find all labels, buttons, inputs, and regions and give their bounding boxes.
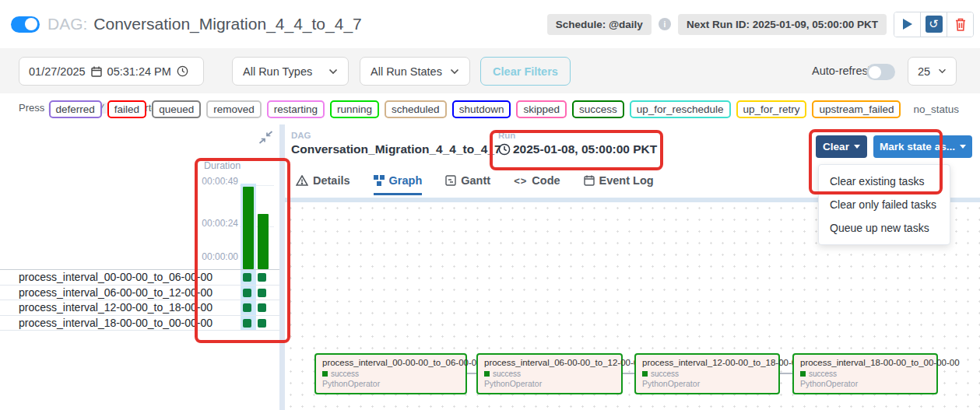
hint-press: Press xyxy=(19,102,44,114)
task-instance-square[interactable] xyxy=(243,303,251,312)
next-run-badge: Next Run ID: 2025-01-09, 05:00:00 PKT xyxy=(678,14,887,35)
run-timestamp: 2025-01-08, 05:00:00 PKT xyxy=(513,142,657,156)
run-value: 2025-01-08, 05:00:00 PKT xyxy=(498,142,657,156)
legend-badge-skipped[interactable]: skipped xyxy=(516,100,567,118)
legend-badge-up-for-reschedule[interactable]: up_for_reschedule xyxy=(630,100,731,118)
caret-down-icon xyxy=(854,145,860,149)
refresh-icon: ↺ xyxy=(926,16,943,33)
dag-section-label: DAG xyxy=(291,131,311,140)
header-right-group: Schedule: @daily i Next Run ID: 2025-01-… xyxy=(547,0,974,48)
clear-button[interactable]: Clear xyxy=(816,135,867,158)
panel-resize-divider[interactable] xyxy=(279,124,285,410)
task-instance-square[interactable] xyxy=(258,289,266,297)
task-row: process_interval_00-00-00_to_06-00-00 xyxy=(0,270,279,286)
y-tick: 00:00:24 xyxy=(202,218,238,229)
graph-node[interactable]: process_interval_12-00-00_to_18-00-00 su… xyxy=(634,353,780,394)
duration-bar[interactable] xyxy=(258,214,269,269)
task-row: process_interval_18-00-00_to_00-00-00 xyxy=(0,316,279,331)
date-value[interactable]: 01/27/2025 xyxy=(29,65,86,78)
date-time-picker[interactable]: 01/27/2025 05:31:24 PM xyxy=(19,57,204,86)
task-name[interactable]: process_interval_00-00-00_to_06-00-00 xyxy=(19,271,213,283)
node-title: process_interval_18-00-00_to_00-00-00 xyxy=(800,358,960,367)
node-title: process_interval_12-00-00_to_18-00-00 xyxy=(642,358,802,367)
task-name[interactable]: process_interval_18-00-00_to_00-00-00 xyxy=(19,317,213,329)
menu-item-clear-failed[interactable]: Clear only failed tasks xyxy=(819,193,950,216)
tab-graph[interactable]: Graph xyxy=(374,174,423,195)
node-operator: PythonOperator xyxy=(642,379,700,388)
legend-badge-success[interactable]: success xyxy=(572,100,624,118)
task-instance-square[interactable] xyxy=(243,289,251,297)
tab-code[interactable]: <> Code xyxy=(514,174,560,193)
graph-node[interactable]: process_interval_18-00-00_to_00-00-00 su… xyxy=(792,353,938,394)
node-status: success xyxy=(642,370,679,378)
task-name[interactable]: process_interval_12-00-00_to_18-00-00 xyxy=(19,301,213,314)
graph-node[interactable]: process_interval_00-00-00_to_06-00-00 su… xyxy=(314,353,467,394)
task-instance-square[interactable] xyxy=(258,273,266,282)
duration-bar[interactable] xyxy=(243,187,254,269)
page-size-value: 25 xyxy=(918,65,930,78)
trigger-dag-button[interactable] xyxy=(894,12,920,37)
clear-filters-button[interactable]: Clear Filters xyxy=(480,57,571,86)
run-types-select[interactable]: All Run Types xyxy=(232,57,349,86)
clock-icon xyxy=(177,65,188,77)
menu-item-queue-new[interactable]: Queue up new tasks xyxy=(819,216,950,240)
task-instance-square[interactable] xyxy=(258,319,266,328)
graph-node[interactable]: process_interval_06-00-00_to_12-00-00 su… xyxy=(476,353,623,394)
run-states-select[interactable]: All Run States xyxy=(360,57,470,86)
dag-action-buttons: ↺ xyxy=(894,12,974,37)
success-square-icon xyxy=(484,371,490,377)
legend-badge-upstream-failed[interactable]: upstream_failed xyxy=(812,100,901,118)
auto-refresh-toggle[interactable] xyxy=(866,64,895,80)
legend-badge-running[interactable]: running xyxy=(330,100,379,118)
trash-icon xyxy=(954,17,967,32)
auto-refresh-label: Auto-refresh xyxy=(812,65,874,77)
time-value[interactable]: 05:31:24 PM xyxy=(107,65,171,78)
gantt-icon xyxy=(445,175,456,186)
mark-state-label: Mark state as... xyxy=(880,141,955,152)
legend-badge-shutdown[interactable]: shutdown xyxy=(452,100,511,118)
legend-badge-up-for-retry[interactable]: up_for_retry xyxy=(736,100,807,118)
task-name[interactable]: process_interval_06-00-00_to_12-00-00 xyxy=(19,286,213,299)
duration-axis-title: Duration xyxy=(204,160,241,171)
dag-title: Conversation_Migration_4_4_to_4_7 xyxy=(93,15,361,33)
clear-filters-label: Clear Filters xyxy=(493,65,558,78)
node-operator: PythonOperator xyxy=(484,379,542,388)
task-instance-square[interactable] xyxy=(258,303,266,312)
run-section-label: Run xyxy=(498,131,515,140)
info-icon[interactable]: i xyxy=(659,18,671,30)
legend-badge-restarting[interactable]: restarting xyxy=(267,100,325,118)
tab-details[interactable]: Details xyxy=(296,174,350,193)
dag-pause-toggle[interactable] xyxy=(11,16,40,33)
legend-badge-deferred[interactable]: deferred xyxy=(49,100,102,118)
clear-dropdown-menu: Clear existing tasks Clear only failed t… xyxy=(818,164,950,245)
clock-icon xyxy=(498,143,511,156)
run-tabs: Details Graph Gantt <> Code xyxy=(296,174,654,198)
task-list: process_interval_00-00-00_to_06-00-00 pr… xyxy=(0,269,279,331)
mark-state-as-button[interactable]: Mark state as... xyxy=(873,135,972,158)
menu-item-clear-existing[interactable]: Clear existing tasks xyxy=(819,170,950,193)
caret-down-icon xyxy=(960,145,966,149)
toggle-knob xyxy=(869,66,881,79)
task-instance-square[interactable] xyxy=(243,273,251,282)
chevron-down-icon xyxy=(938,68,947,74)
collapse-panel-icon[interactable] xyxy=(258,131,274,144)
legend-badge-no-status: no_status xyxy=(906,100,966,118)
legend-row: Press shift + / for Shortcuts deferred f… xyxy=(0,93,980,124)
legend-badge-removed[interactable]: removed xyxy=(206,100,262,118)
success-square-icon xyxy=(800,371,806,377)
node-operator: PythonOperator xyxy=(800,379,858,388)
legend-badge-queued[interactable]: queued xyxy=(152,100,201,118)
delete-dag-button[interactable] xyxy=(947,12,973,37)
legend-badge-failed[interactable]: failed xyxy=(107,100,146,118)
clear-button-label: Clear xyxy=(823,141,849,152)
dag-header: DAG: Conversation_Migration_4_4_to_4_7 S… xyxy=(0,0,980,49)
grid-panel: Duration 00:00:49 00:00:24 00:00:00 proc… xyxy=(0,124,279,410)
tab-gantt[interactable]: Gantt xyxy=(445,174,490,193)
refresh-dag-button[interactable]: ↺ xyxy=(920,12,947,37)
page-size-select[interactable]: 25 xyxy=(908,57,957,86)
legend-badge-scheduled[interactable]: scheduled xyxy=(385,100,447,118)
run-types-value: All Run Types xyxy=(243,65,312,78)
task-instance-square[interactable] xyxy=(243,319,251,328)
tab-event-log[interactable]: Event Log xyxy=(584,174,654,193)
warning-icon xyxy=(296,175,308,186)
